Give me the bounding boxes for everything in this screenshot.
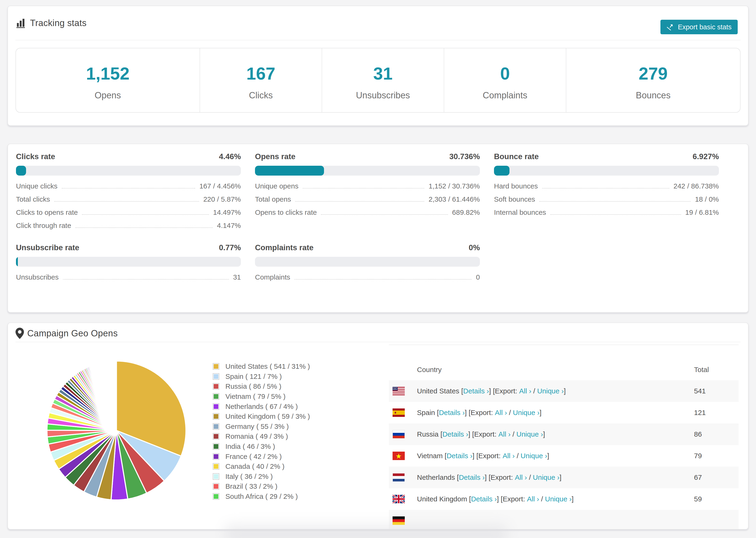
legend-label: Netherlands ( 67 / 4% ): [225, 403, 298, 410]
bottom-shadow: [225, 525, 507, 538]
legend-item: Netherlands ( 67 / 4% ): [213, 402, 310, 411]
rate-progress-fill: [16, 257, 18, 267]
rate-row-label: Internal bounces: [494, 208, 546, 216]
rate-row: Total clicks 220 / 5.87%: [16, 195, 241, 208]
export-unique-link[interactable]: Unique ›: [513, 409, 540, 417]
details-link[interactable]: Details ›: [463, 387, 489, 395]
rate-percent: 6.927%: [693, 152, 719, 161]
geo-table-row: Vietnam [Details ›] [Export: All › / Uni…: [389, 445, 739, 467]
geo-opens-table: Country Total United States [Details ›] …: [389, 345, 739, 529]
geo-table-header: Country Total: [389, 345, 739, 380]
export-unique-link[interactable]: Unique ›: [516, 430, 543, 438]
geo-table-row: Russia [Details ›] [Export: All › / Uniq…: [389, 423, 739, 445]
export-all-link[interactable]: All ›: [495, 409, 507, 417]
export-all-link[interactable]: All ›: [503, 452, 515, 460]
legend-swatch: [213, 373, 219, 380]
rate-row-value: 242 / 86.738%: [674, 182, 719, 190]
summary-stat: 279 Bounces: [566, 48, 740, 112]
legend-label: South Africa ( 29 / 2% ): [225, 493, 298, 501]
export-unique-link[interactable]: Unique ›: [520, 452, 547, 460]
rate-block: Opens rate 30.736% Unique opens 1,152 / …: [255, 152, 480, 235]
summary-stat: 31 Unsubscribes: [322, 48, 444, 112]
export-all-link[interactable]: All ›: [499, 430, 511, 438]
dotted-leader: [542, 188, 669, 188]
dotted-leader: [62, 188, 195, 188]
geo-opens-pie-chart[interactable]: [46, 360, 187, 501]
legend-swatch: [213, 383, 219, 390]
legend-swatch: [213, 363, 219, 370]
legend-label: Romania ( 49 / 3% ): [225, 432, 288, 440]
geo-table-row: Spain [Details ›] [Export: All › / Uniqu…: [389, 402, 739, 423]
stat-value: 1,152: [86, 64, 129, 83]
tracking-stats-header: Tracking stats: [8, 6, 748, 40]
rate-row-value: 167 / 4.456%: [199, 182, 241, 190]
details-link[interactable]: Details ›: [442, 430, 468, 438]
rate-row: Soft bounces 18 / 0%: [494, 195, 719, 208]
rate-row-value: 31: [233, 273, 241, 281]
export-icon: [667, 23, 674, 31]
rate-row-value: 0: [476, 273, 480, 281]
summary-stats-box: 1,152 Opens167 Clicks31 Unsubscribes0 Co…: [16, 48, 740, 113]
legend-item: Canada ( 40 / 2% ): [213, 461, 310, 471]
legend-swatch: [213, 493, 219, 500]
legend-label: Canada ( 40 / 2% ): [225, 462, 285, 470]
rate-progress-track: [494, 166, 719, 176]
legend-swatch: [213, 453, 219, 460]
rate-progress-track: [16, 257, 241, 267]
rate-block: Unsubscribe rate 0.77% Unsubscribes 31: [16, 243, 241, 286]
map-pin-icon: [16, 328, 24, 339]
rate-title: Clicks rate: [16, 152, 55, 161]
rate-progress-track: [16, 166, 241, 176]
details-link[interactable]: Details ›: [459, 473, 485, 481]
rate-percent: 0%: [469, 243, 480, 252]
export-all-link[interactable]: All ›: [515, 473, 527, 481]
rate-row-label: Unique clicks: [16, 182, 58, 190]
dotted-leader: [75, 228, 213, 228]
legend-swatch: [213, 413, 219, 420]
details-link[interactable]: Details ›: [471, 495, 497, 503]
export-unique-link[interactable]: Unique ›: [545, 495, 571, 503]
export-basic-stats-button[interactable]: Export basic stats: [661, 20, 738, 34]
rate-header: Complaints rate 0%: [255, 243, 480, 252]
export-unique-link[interactable]: Unique ›: [537, 387, 564, 395]
dotted-leader: [295, 201, 424, 202]
export-all-link[interactable]: All ›: [527, 495, 539, 503]
country-column-header: Country: [389, 366, 694, 380]
legend-swatch: [213, 433, 219, 440]
rate-block: Complaints rate 0% Complaints 0: [255, 243, 480, 286]
legend-label: France ( 42 / 2% ): [225, 453, 282, 460]
rate-percent: 30.736%: [449, 152, 480, 161]
rate-percent: 0.77%: [219, 243, 241, 252]
rate-header: Unsubscribe rate 0.77%: [16, 243, 241, 252]
card-title: Tracking stats: [30, 18, 87, 28]
dotted-leader: [550, 214, 681, 215]
rate-header: Opens rate 30.736%: [255, 152, 480, 161]
legend-swatch: [213, 393, 219, 400]
rate-row-value: 4.147%: [217, 222, 241, 230]
rate-row: Total opens 2,303 / 61.446%: [255, 195, 480, 208]
country-name: Vietnam: [417, 452, 445, 460]
rate-row-label: Complaints: [255, 273, 290, 281]
rate-percent: 4.46%: [219, 152, 241, 161]
details-link[interactable]: Details ›: [439, 409, 465, 417]
details-link[interactable]: Details ›: [447, 452, 472, 460]
legend-swatch: [213, 473, 219, 480]
rate-row: Hard bounces 242 / 86.738%: [494, 182, 719, 195]
rate-row-label: Opens to clicks rate: [255, 208, 317, 216]
export-unique-link[interactable]: Unique ›: [533, 473, 560, 481]
dotted-leader: [63, 279, 229, 280]
legend-swatch: [213, 423, 219, 430]
rate-title: Opens rate: [255, 152, 296, 161]
summary-stat: 167 Clicks: [200, 48, 322, 112]
rate-title: Unsubscribe rate: [16, 243, 80, 252]
dotted-leader: [54, 201, 199, 202]
export-all-link[interactable]: All ›: [519, 387, 531, 395]
rate-row-label: Soft bounces: [494, 195, 535, 203]
legend-item: Romania ( 49 / 3% ): [213, 431, 310, 442]
legend-item: Spain ( 121 / 7% ): [213, 372, 310, 382]
rate-row: Unsubscribes 31: [16, 273, 241, 286]
rate-row-label: Unsubscribes: [16, 273, 59, 281]
header-divider: [16, 342, 740, 342]
rate-progress-track: [255, 166, 480, 176]
legend-label: Germany ( 55 / 3% ): [225, 422, 289, 430]
